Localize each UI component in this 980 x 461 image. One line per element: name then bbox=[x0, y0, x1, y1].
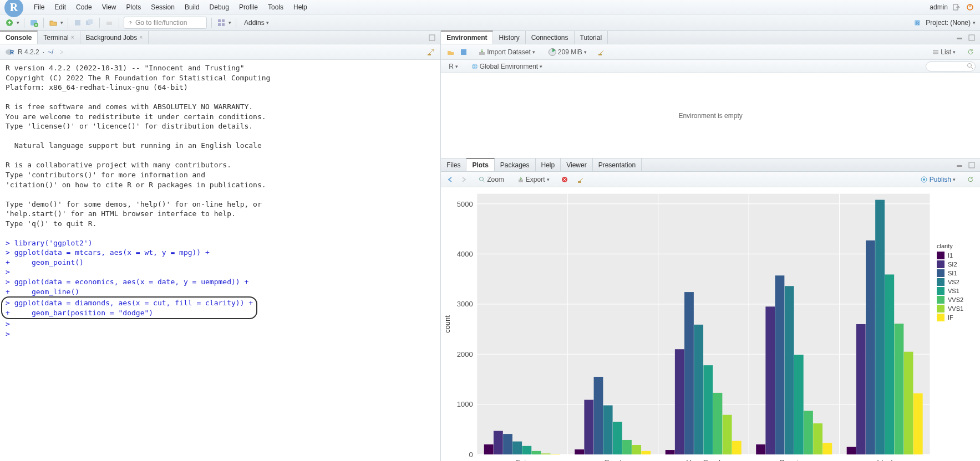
plot-toolbar: Zoom Export▾ Publish▾ bbox=[441, 172, 980, 187]
tab-help[interactable]: Help bbox=[536, 158, 561, 171]
tab-terminal[interactable]: Terminal× bbox=[38, 31, 80, 44]
clear-console-icon[interactable] bbox=[426, 47, 436, 57]
prev-plot-icon[interactable] bbox=[445, 175, 455, 185]
signout-icon[interactable] bbox=[952, 3, 961, 12]
import-dataset-dropdown[interactable]: Import Dataset▾ bbox=[475, 47, 539, 58]
project-menu[interactable]: Project: (None) ▾ bbox=[926, 19, 976, 27]
environment-scope-dropdown[interactable]: Global Environment▾ bbox=[468, 61, 546, 72]
clear-objects-icon[interactable] bbox=[597, 47, 607, 57]
maximize-pane-icon[interactable] bbox=[967, 160, 977, 170]
menu-code[interactable]: Code bbox=[71, 3, 97, 11]
r-lang-icon: R bbox=[4, 47, 14, 57]
tab-connections[interactable]: Connections bbox=[526, 31, 575, 44]
menu-profile[interactable]: Profile bbox=[234, 3, 263, 11]
tab-tutorial[interactable]: Tutorial bbox=[575, 31, 608, 44]
env-search[interactable] bbox=[926, 62, 976, 71]
menu-plots[interactable]: Plots bbox=[121, 3, 146, 11]
menu-help[interactable]: Help bbox=[288, 3, 312, 11]
tab-environment[interactable]: Environment bbox=[441, 30, 493, 44]
refresh-icon[interactable] bbox=[966, 175, 976, 185]
open-recent-dropdown[interactable]: ▾ bbox=[60, 20, 63, 25]
power-icon[interactable] bbox=[966, 3, 974, 12]
save-workspace-icon[interactable] bbox=[459, 47, 469, 57]
menu-build[interactable]: Build bbox=[180, 3, 205, 11]
close-icon[interactable]: × bbox=[71, 34, 74, 40]
close-icon[interactable]: × bbox=[139, 34, 143, 40]
maximize-pane-icon[interactable] bbox=[967, 33, 977, 43]
legend-item: SI2 bbox=[937, 260, 976, 268]
svg-text:4000: 4000 bbox=[457, 250, 473, 258]
svg-rect-89 bbox=[804, 411, 813, 454]
tab-console[interactable]: Console bbox=[0, 30, 38, 44]
grid-dropdown[interactable]: ▾ bbox=[229, 20, 231, 25]
tab-history[interactable]: History bbox=[493, 31, 525, 44]
svg-text:Premium: Premium bbox=[780, 458, 809, 461]
tab-presentation[interactable]: Presentation bbox=[593, 158, 642, 171]
console-prompt[interactable]: > bbox=[6, 330, 14, 338]
svg-text:Fair: Fair bbox=[516, 458, 529, 461]
rstudio-logo-icon: R bbox=[4, 0, 23, 17]
minimize-pane-icon[interactable] bbox=[954, 160, 964, 170]
main-toolbar: ▾ ▾ Go to file/function ▾ Addins ▾ R Pro… bbox=[0, 14, 980, 31]
open-file-icon[interactable] bbox=[48, 18, 58, 28]
svg-point-29 bbox=[968, 63, 972, 67]
print-icon[interactable] bbox=[104, 18, 114, 28]
svg-rect-6 bbox=[75, 20, 80, 25]
svg-text:1000: 1000 bbox=[457, 400, 473, 408]
export-dropdown[interactable]: Export▾ bbox=[514, 174, 553, 185]
menu-session[interactable]: Session bbox=[146, 3, 180, 11]
minimize-pane-icon[interactable] bbox=[954, 33, 964, 43]
menu-file[interactable]: File bbox=[29, 3, 49, 11]
menu-tools[interactable]: Tools bbox=[263, 3, 288, 11]
goto-file-function-box[interactable]: Go to file/function bbox=[124, 17, 207, 29]
console-line: > ggplot(data = economics, aes(x = date,… bbox=[6, 278, 248, 286]
tab-plots[interactable]: Plots bbox=[466, 158, 494, 171]
svg-rect-87 bbox=[785, 286, 794, 454]
maximize-pane-icon[interactable] bbox=[427, 33, 437, 43]
chevron-right-icon[interactable] bbox=[57, 47, 67, 57]
language-dropdown[interactable]: R▾ bbox=[445, 61, 461, 72]
menu-bar: R File Edit Code View Plots Session Buil… bbox=[0, 0, 980, 14]
svg-rect-20 bbox=[957, 38, 962, 39]
publish-dropdown[interactable]: Publish▾ bbox=[917, 174, 959, 185]
memory-usage[interactable]: 209 MiB▾ bbox=[545, 47, 590, 58]
zoom-button[interactable]: Zoom bbox=[475, 174, 507, 185]
view-mode-dropdown[interactable]: List▾ bbox=[929, 47, 959, 58]
save-all-icon[interactable] bbox=[85, 18, 95, 28]
plot-area: 010002000300040005000FairGoodVery GoodPr… bbox=[441, 187, 980, 461]
tab-viewer[interactable]: Viewer bbox=[561, 158, 592, 171]
svg-text:R: R bbox=[916, 21, 920, 26]
svg-rect-84 bbox=[756, 444, 765, 454]
working-dir-label[interactable]: ~/ bbox=[48, 48, 53, 56]
console-line: + geom_line() bbox=[6, 288, 79, 296]
menu-items: File Edit Code View Plots Session Build … bbox=[29, 3, 312, 11]
highlighted-command: > ggplot(data = diamonds, aes(x = cut, f… bbox=[1, 296, 257, 319]
svg-rect-23 bbox=[479, 52, 485, 55]
menu-edit[interactable]: Edit bbox=[49, 3, 71, 11]
console-line: > bbox=[6, 268, 14, 276]
new-project-icon[interactable] bbox=[29, 18, 39, 28]
menu-debug[interactable]: Debug bbox=[205, 3, 234, 11]
new-file-dropdown[interactable]: ▾ bbox=[17, 20, 19, 25]
save-icon[interactable] bbox=[73, 18, 83, 28]
new-file-icon[interactable] bbox=[4, 18, 14, 28]
remove-plot-icon[interactable] bbox=[560, 175, 570, 185]
refresh-icon[interactable] bbox=[966, 47, 976, 57]
next-plot-icon[interactable] bbox=[459, 175, 469, 185]
console-output[interactable]: R version 4.2.2 (2022-10-31) -- "Innocen… bbox=[0, 60, 440, 461]
svg-rect-67 bbox=[603, 406, 613, 455]
load-workspace-icon[interactable] bbox=[445, 47, 455, 57]
clear-plots-icon[interactable] bbox=[576, 175, 586, 185]
grid-icon[interactable] bbox=[216, 18, 226, 28]
legend-swatch bbox=[937, 305, 945, 313]
svg-line-34 bbox=[483, 181, 485, 182]
tab-files[interactable]: Files bbox=[441, 158, 466, 171]
svg-rect-37 bbox=[578, 181, 581, 183]
menu-view[interactable]: View bbox=[97, 3, 121, 11]
svg-rect-21 bbox=[969, 35, 974, 40]
tab-background-jobs[interactable]: Background Jobs× bbox=[80, 31, 149, 44]
tab-packages[interactable]: Packages bbox=[495, 158, 536, 171]
svg-rect-76 bbox=[684, 292, 694, 454]
addins-dropdown[interactable]: Addins ▾ bbox=[241, 17, 272, 28]
svg-rect-10 bbox=[218, 19, 221, 22]
